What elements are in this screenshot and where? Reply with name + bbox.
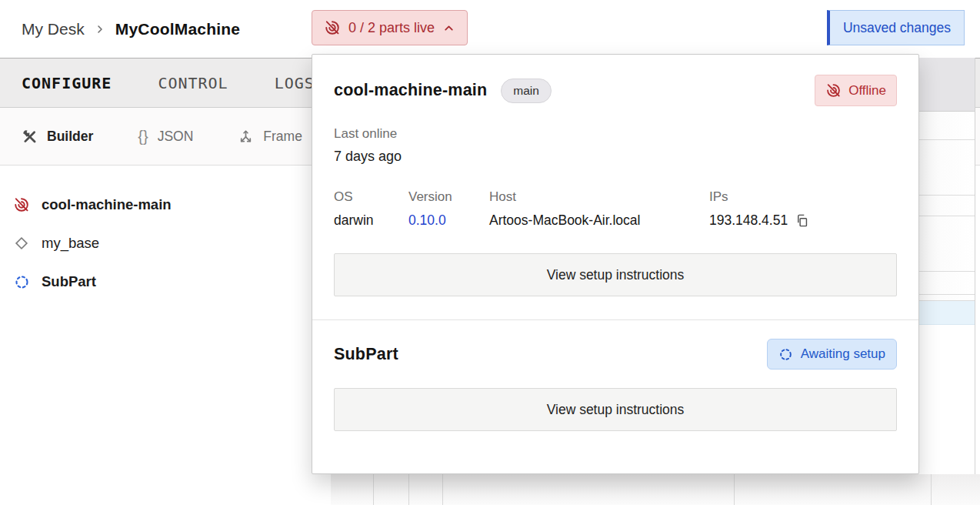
last-online-label: Last online [334, 126, 897, 142]
app-header: My Desk MyCoolMachine 0 / 2 parts live U… [0, 0, 980, 58]
mode-builder[interactable]: Builder [22, 129, 93, 145]
tab-control[interactable]: CONTROL [158, 74, 228, 92]
os-label: OS [334, 189, 401, 205]
offline-status-badge: Offline [815, 75, 897, 106]
main-part-header: cool-machine-main main Offline [334, 75, 897, 106]
background-divider [931, 474, 932, 505]
awaiting-setup-badge: Awaiting setup [767, 339, 897, 370]
panel-divider [312, 319, 918, 320]
braces-icon: {} [138, 128, 148, 145]
offline-status-label: Offline [848, 83, 886, 99]
mode-json[interactable]: {} JSON [138, 128, 193, 145]
machine-name-title: MyCoolMachine [115, 20, 240, 38]
unsaved-changes-button[interactable]: Unsaved changes [827, 10, 965, 45]
copy-ip-button[interactable] [795, 213, 809, 228]
parts-status-panel: cool-machine-main main Offline Last onli… [312, 54, 919, 474]
tab-logs[interactable]: LOGS [275, 74, 315, 92]
mode-frame[interactable]: Frame [238, 129, 302, 145]
breadcrumb: My Desk MyCoolMachine [22, 0, 240, 58]
diamond-icon [13, 235, 30, 252]
unsaved-changes-label: Unsaved changes [843, 20, 951, 36]
host-value: Artoos-MacBook-Air.local [489, 212, 702, 229]
mode-json-label: JSON [158, 129, 194, 145]
version-column: Version 0.10.0 [408, 189, 489, 229]
ips-column: IPs 193.148.4.51 [709, 189, 897, 229]
mode-builder-label: Builder [47, 129, 93, 145]
sub-part-name: SubPart [334, 345, 398, 364]
ip-value: 193.148.4.51 [709, 212, 788, 229]
os-value: darwin [334, 212, 401, 229]
tree-item-label: my_base [42, 235, 99, 252]
parts-live-status-dropdown[interactable]: 0 / 2 parts live [312, 10, 468, 45]
background-divider [734, 474, 735, 505]
offline-icon [324, 19, 341, 36]
tree-item-label: SubPart [42, 273, 96, 290]
background-divider [373, 474, 374, 505]
parts-live-label: 0 / 2 parts live [348, 20, 435, 36]
background-content-strip [331, 474, 980, 505]
view-setup-instructions-button[interactable]: View setup instructions [334, 388, 897, 431]
host-column: Host Artoos-MacBook-Air.local [489, 189, 709, 229]
main-part-tag-pill: main [501, 79, 552, 103]
chevron-right-icon [94, 23, 106, 35]
version-link[interactable]: 0.10.0 [408, 212, 446, 229]
offline-icon [825, 82, 842, 99]
main-part-name: cool-machine-main [334, 81, 487, 100]
tools-icon [22, 129, 38, 145]
background-divider [408, 474, 409, 505]
ips-label: IPs [709, 189, 889, 205]
awaiting-setup-label: Awaiting setup [801, 346, 885, 362]
dashed-circle-icon [13, 273, 30, 290]
dashed-circle-icon [778, 347, 793, 362]
breadcrumb-root-link[interactable]: My Desk [22, 20, 85, 38]
offline-icon [13, 196, 30, 213]
part-info-columns: OS darwin Version 0.10.0 Host Artoos-Mac… [334, 189, 897, 229]
axes-icon [238, 129, 254, 145]
tree-item-label: cool-machine-main [42, 196, 172, 213]
tab-configure[interactable]: CONFIGURE [22, 74, 112, 92]
host-label: Host [489, 189, 702, 205]
mode-frame-label: Frame [263, 129, 302, 145]
background-divider [442, 474, 443, 505]
version-label: Version [408, 189, 482, 205]
view-setup-instructions-button[interactable]: View setup instructions [334, 253, 897, 296]
last-online-value: 7 days ago [334, 149, 897, 165]
chevron-up-icon [442, 22, 455, 35]
sub-part-header: SubPart Awaiting setup [334, 339, 897, 370]
os-column: OS darwin [334, 189, 408, 229]
copy-icon [795, 213, 809, 228]
